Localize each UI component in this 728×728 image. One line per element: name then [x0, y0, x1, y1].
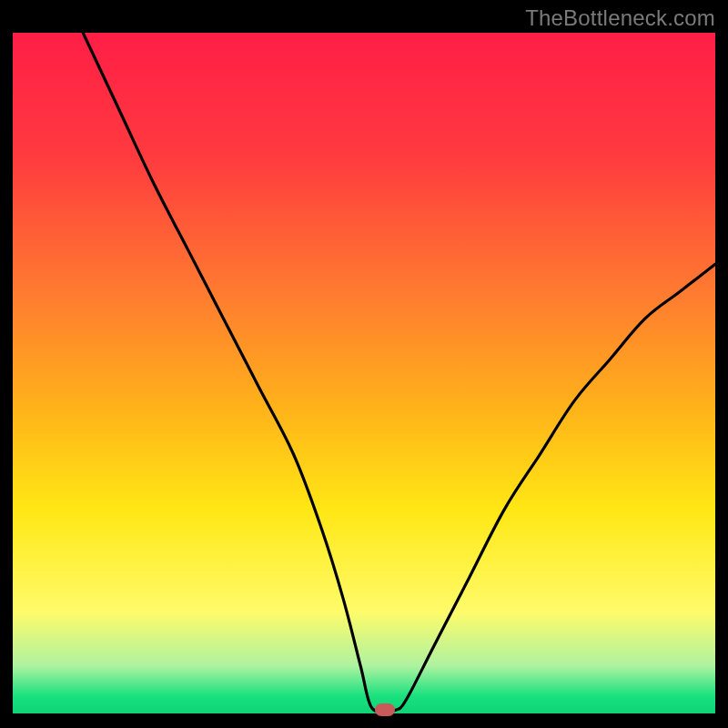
chart-frame: [13, 33, 715, 713]
watermark-text: TheBottleneck.com: [525, 5, 715, 31]
optimal-marker: [375, 703, 395, 716]
svg-rect-0: [13, 33, 715, 713]
plot-background: [13, 33, 715, 713]
